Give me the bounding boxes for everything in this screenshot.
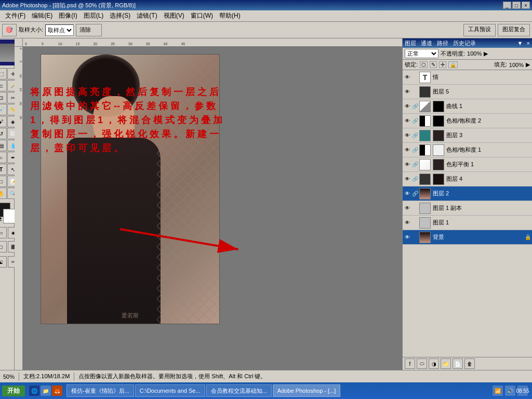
menu-edit[interactable]: 编辑(E) bbox=[29, 10, 56, 21]
close-button[interactable]: × bbox=[522, 2, 530, 9]
layer-eye-qing[interactable]: 👁 bbox=[404, 74, 411, 81]
watermark: 爱若斯 bbox=[122, 312, 139, 320]
opacity-arrow[interactable]: ▶ bbox=[484, 50, 488, 57]
lasso-tool[interactable]: ⊂ bbox=[0, 80, 7, 91]
lock-pixels-btn[interactable]: ✎ bbox=[430, 61, 437, 68]
layer-name-layer1: 图层 1 bbox=[433, 219, 531, 227]
layer-item-background[interactable]: 👁 背景 🔒 bbox=[403, 230, 532, 245]
menu-filter[interactable]: 滤镜(T) bbox=[134, 10, 160, 21]
swap-colors-icon[interactable]: ⇄ bbox=[0, 215, 2, 223]
taskbar-item-2[interactable]: C:\Documents and Se... bbox=[135, 384, 205, 397]
adjustment-layer-btn[interactable]: ◑ bbox=[429, 358, 439, 369]
minimize-button[interactable]: _ bbox=[503, 2, 511, 9]
layer-item-hue2[interactable]: 👁 🔗 色相/饱和度 2 bbox=[403, 114, 532, 128]
menu-view[interactable]: 视图(V) bbox=[161, 10, 188, 21]
layer-mask-btn[interactable]: ⬭ bbox=[417, 358, 427, 369]
new-layer-btn[interactable]: 📄 bbox=[453, 358, 463, 369]
layer-item-5[interactable]: 👁 图层 5 bbox=[403, 85, 532, 99]
layer-name-bg: 背景 bbox=[433, 233, 524, 241]
layer-name-curve1: 曲线 1 bbox=[446, 102, 531, 110]
history-brush-tool[interactable]: ↺ bbox=[0, 128, 7, 139]
blend-mode-select[interactable]: 正常 bbox=[405, 49, 438, 58]
layer-eye-layer4[interactable]: 👁 bbox=[404, 176, 411, 183]
layers-tab-label[interactable]: 图层 bbox=[405, 40, 416, 46]
taskbar-icon-firefox[interactable]: 🦊 bbox=[52, 385, 62, 396]
standard-screen-btn[interactable]: ▢ bbox=[0, 241, 7, 252]
maximize-button[interactable]: □ bbox=[512, 2, 521, 9]
taskbar-volume-icon[interactable]: 🔊 bbox=[505, 385, 515, 396]
eyedropper-tool[interactable]: 💉 bbox=[0, 104, 7, 115]
layer-comp-button[interactable]: 图层复合 bbox=[498, 24, 530, 36]
layer-link-hue2[interactable]: 🔗 bbox=[412, 117, 418, 125]
layer-item-layer3[interactable]: 👁 🔗 图层 3 bbox=[403, 128, 532, 143]
history-tab-label[interactable]: 历史记录 bbox=[453, 40, 476, 46]
menu-layer[interactable]: 图层(L) bbox=[81, 10, 107, 21]
layer-eye-curve1[interactable]: 👁 bbox=[404, 103, 411, 110]
taskbar-item-3[interactable]: 会员教程交流基础知... bbox=[206, 384, 272, 397]
layer-item-layer1[interactable]: 👁 图层 1 bbox=[403, 216, 532, 230]
layer-item-layer4[interactable]: 👁 🔗 图层 4 bbox=[403, 172, 532, 187]
fill-arrow[interactable]: ▶ bbox=[526, 61, 530, 68]
layer-link-layer3[interactable]: 🔗 bbox=[412, 132, 418, 139]
type-tool[interactable]: T bbox=[0, 164, 7, 175]
panel-menu-btn[interactable]: ▼ bbox=[517, 40, 523, 46]
layer-item-hue1[interactable]: 👁 🔗 色相/饱和度 1 bbox=[403, 143, 532, 157]
opacity-value: 100% bbox=[467, 50, 482, 57]
layer-eye-layer1copy[interactable]: 👁 bbox=[404, 205, 411, 212]
layer-link-colorbal[interactable]: 🔗 bbox=[412, 161, 418, 168]
clear-button[interactable]: 清除 bbox=[76, 24, 102, 36]
crop-tool[interactable]: ⊡ bbox=[0, 92, 7, 103]
layer-link-layer2[interactable]: 🔗 bbox=[412, 190, 418, 197]
layer-name-hue1: 色相/饱和度 1 bbox=[446, 146, 531, 154]
panel-close-btn[interactable]: × bbox=[527, 40, 530, 46]
layer-item-colorbal[interactable]: 👁 🔗 色彩平衡 1 bbox=[403, 157, 532, 172]
layer-eye-layer2[interactable]: 👁 bbox=[404, 190, 411, 197]
menu-file[interactable]: 文件(F) bbox=[2, 10, 29, 21]
lock-position-btn[interactable]: ✛ bbox=[439, 61, 446, 68]
start-button[interactable]: 开始 bbox=[2, 385, 25, 396]
layer-name-qing: 情 bbox=[433, 73, 531, 81]
menu-image[interactable]: 图像(I) bbox=[56, 10, 80, 21]
gradient-tool[interactable]: ▤ bbox=[0, 140, 7, 151]
layer-item-layer1copy[interactable]: 👁 图层 1 副本 bbox=[403, 201, 532, 216]
layer-style-btn[interactable]: f bbox=[405, 358, 415, 369]
layer-eye-colorbal[interactable]: 👁 bbox=[404, 161, 411, 168]
layer-item-layer2[interactable]: 👁 🔗 图层 2 bbox=[403, 187, 532, 201]
channels-tab-label[interactable]: 通道 bbox=[421, 40, 432, 46]
menu-window[interactable]: 窗口(W) bbox=[188, 10, 216, 21]
menu-select[interactable]: 选择(S) bbox=[107, 10, 134, 21]
taskbar-item-4[interactable]: Adobe Photoshop - [...] bbox=[273, 384, 341, 397]
layer-eye-5[interactable]: 👁 bbox=[404, 88, 411, 96]
layer-eye-hue1[interactable]: 👁 bbox=[404, 147, 411, 154]
layer-link-hue1[interactable]: 🔗 bbox=[412, 147, 418, 154]
shape-tool[interactable]: □ bbox=[0, 176, 7, 187]
taskbar-icon-folder[interactable]: 📁 bbox=[41, 385, 51, 396]
lock-all-btn[interactable]: 🔒 bbox=[448, 61, 458, 68]
taskbar-item-1[interactable]: 模仿-崔童《情陷》后... bbox=[66, 384, 134, 397]
marquee-tool[interactable]: ⬚ bbox=[0, 68, 7, 79]
lock-transparent-btn[interactable]: ⬡ bbox=[420, 61, 428, 68]
layer-item-qing[interactable]: 👁 T 情 bbox=[403, 70, 532, 85]
brush-tool[interactable]: 🖌 bbox=[0, 116, 7, 127]
layer-item-curve1[interactable]: 👁 🔗 曲线 1 bbox=[403, 99, 532, 114]
title-bar-buttons[interactable]: _ □ × bbox=[503, 2, 530, 9]
layer-eye-bg[interactable]: 👁 bbox=[404, 234, 411, 241]
taskbar-network-icon[interactable]: 📶 bbox=[493, 385, 503, 396]
tool-preset-button[interactable]: 工具预设 bbox=[463, 24, 496, 36]
menu-help[interactable]: 帮助(H) bbox=[216, 10, 244, 21]
layer-eye-layer3[interactable]: 👁 bbox=[404, 132, 411, 139]
delete-layer-btn[interactable]: 🗑 bbox=[464, 358, 475, 369]
layer-eye-hue2[interactable]: 👁 bbox=[404, 117, 411, 125]
layer-eye-layer1[interactable]: 👁 bbox=[404, 219, 411, 227]
standard-mode-btn[interactable]: ▭ bbox=[0, 227, 7, 238]
taskbar-icon-ie[interactable]: 🌐 bbox=[29, 385, 39, 396]
layer-link-layer4[interactable]: 🔗 bbox=[412, 176, 418, 183]
sample-size-select[interactable]: 取样点 bbox=[45, 24, 74, 36]
layer-link-curve1[interactable]: 🔗 bbox=[412, 103, 418, 110]
hand-tool[interactable]: ✋ bbox=[0, 188, 7, 199]
jump-to-image-ready-btn[interactable]: ⬕ bbox=[0, 256, 7, 268]
eyedropper-tool-icon[interactable]: 🎯 bbox=[2, 24, 17, 36]
paths-tab-label[interactable]: 路径 bbox=[437, 40, 448, 46]
layer-group-btn[interactable]: 📁 bbox=[441, 358, 451, 369]
dodge-tool[interactable]: ○ bbox=[0, 152, 7, 163]
